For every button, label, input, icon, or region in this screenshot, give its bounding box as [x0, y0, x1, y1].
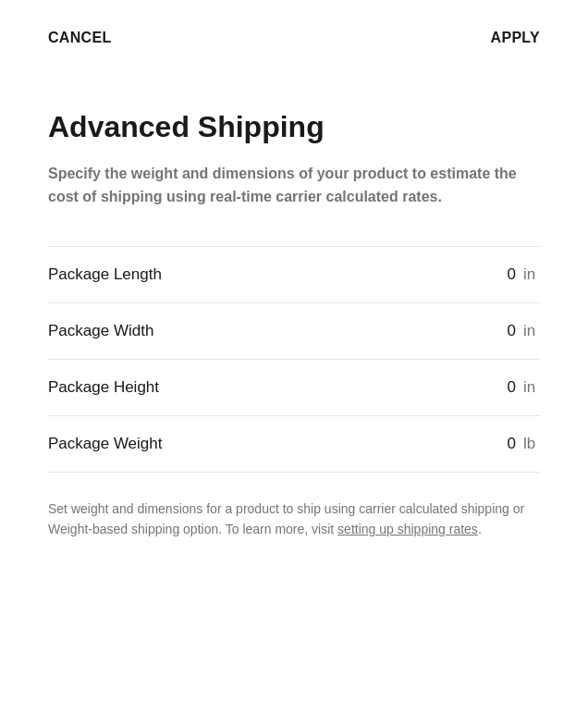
- cancel-button[interactable]: CANCEL: [48, 22, 112, 54]
- field-value-package-length: 0: [497, 265, 516, 284]
- field-right-package-height: 0 in: [497, 378, 540, 397]
- apply-button[interactable]: APPLY: [491, 22, 540, 54]
- field-value-package-weight: 0: [497, 435, 516, 453]
- field-row-package-height[interactable]: Package Height 0 in: [48, 360, 540, 416]
- field-unit-package-height: in: [523, 378, 540, 397]
- field-unit-package-width: in: [523, 322, 540, 340]
- field-unit-package-weight: lb: [523, 435, 540, 453]
- field-label-package-length: Package Length: [48, 265, 162, 284]
- field-row-package-length[interactable]: Package Length 0 in: [48, 247, 540, 303]
- field-right-package-width: 0 in: [497, 322, 540, 340]
- field-value-package-width: 0: [497, 322, 516, 340]
- field-right-package-length: 0 in: [497, 265, 540, 284]
- main-content: Advanced Shipping Specify the weight and…: [0, 76, 588, 577]
- field-label-package-height: Package Height: [48, 378, 159, 397]
- fields-container: Package Length 0 in Package Width 0 in P…: [48, 246, 540, 473]
- page-description: Specify the weight and dimensions of you…: [48, 163, 529, 209]
- footer-note: Set weight and dimensions for a product …: [48, 499, 540, 540]
- field-label-package-weight: Package Weight: [48, 435, 162, 453]
- shipping-rates-link[interactable]: setting up shipping rates: [337, 522, 478, 536]
- field-row-package-width[interactable]: Package Width 0 in: [48, 303, 540, 360]
- field-value-package-height: 0: [497, 378, 516, 397]
- field-unit-package-length: in: [523, 265, 540, 284]
- field-row-package-weight[interactable]: Package Weight 0 lb: [48, 416, 540, 473]
- header: CANCEL APPLY: [0, 0, 588, 76]
- field-right-package-weight: 0 lb: [497, 435, 540, 453]
- page-title: Advanced Shipping: [48, 109, 540, 144]
- field-label-package-width: Package Width: [48, 322, 153, 340]
- footer-note-end: .: [478, 522, 482, 536]
